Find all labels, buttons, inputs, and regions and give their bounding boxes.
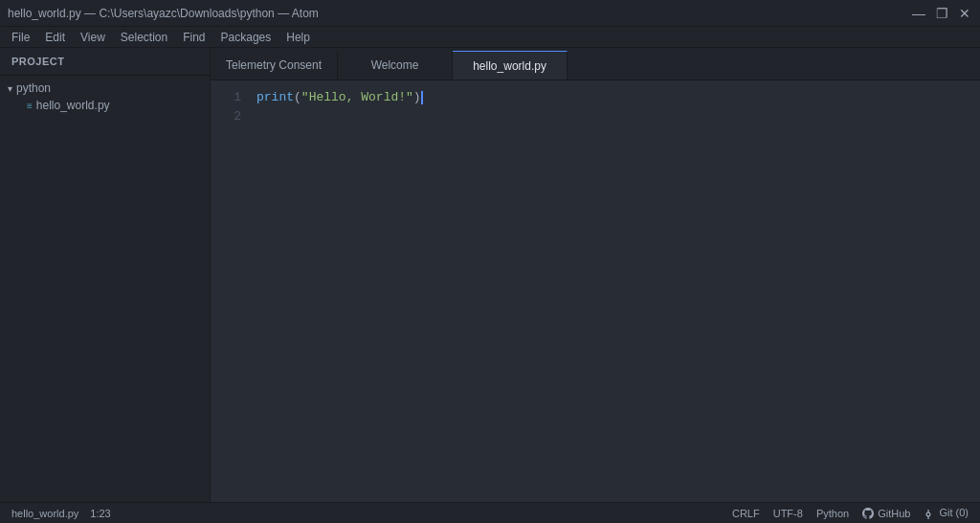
- titlebar: hello_world.py — C:\Users\ayazc\Download…: [0, 0, 980, 27]
- svg-point-0: [927, 512, 931, 516]
- code-line-2: [249, 107, 980, 126]
- file-hello-world[interactable]: ≡ hello_world.py: [0, 97, 210, 114]
- menu-item-file[interactable]: File: [4, 29, 37, 46]
- sidebar: Project ▾ python ≡ hello_world.py: [0, 48, 211, 502]
- editor-area: Telemetry Consent Welcome hello_world.py…: [211, 48, 980, 502]
- status-github[interactable]: GitHub: [862, 508, 910, 519]
- status-git[interactable]: Git (0): [924, 507, 969, 518]
- maximize-button[interactable]: ❐: [934, 6, 949, 21]
- tab-hello-world[interactable]: hello_world.py: [453, 51, 568, 80]
- code-print-kw: print: [256, 88, 294, 107]
- status-line-ending[interactable]: CRLF: [732, 508, 760, 519]
- tab-welcome-label: Welcome: [371, 58, 419, 72]
- main-layout: Project ▾ python ≡ hello_world.py Teleme…: [0, 48, 980, 502]
- status-position[interactable]: 1:23: [90, 508, 110, 519]
- editor-content[interactable]: 1 2 print("Hello, World!"): [211, 80, 980, 502]
- tabbar: Telemetry Consent Welcome hello_world.py: [211, 48, 980, 80]
- github-icon: [862, 508, 874, 519]
- line-numbers: 1 2: [211, 80, 249, 502]
- project-tree: ▾ python ≡ hello_world.py: [0, 76, 210, 118]
- menu-item-view[interactable]: View: [73, 29, 113, 46]
- code-string: "Hello, World!": [301, 88, 413, 107]
- titlebar-controls: — ❐ ✕: [911, 6, 972, 21]
- folder-name: python: [16, 81, 51, 95]
- expand-icon: ▾: [8, 83, 12, 94]
- menubar: FileEditViewSelectionFindPackagesHelp: [0, 27, 980, 48]
- folder-python[interactable]: ▾ python: [0, 80, 210, 97]
- line-number-2: 2: [211, 107, 249, 126]
- status-language[interactable]: Python: [816, 508, 849, 519]
- code-editor[interactable]: print("Hello, World!"): [249, 80, 980, 502]
- code-close-paren: ): [413, 88, 421, 107]
- menu-item-packages[interactable]: Packages: [213, 29, 279, 46]
- git-icon: [924, 510, 933, 519]
- tab-telemetry[interactable]: Telemetry Consent: [211, 51, 338, 80]
- file-name: hello_world.py: [36, 99, 110, 112]
- status-encoding[interactable]: UTF-8: [773, 508, 803, 519]
- tab-telemetry-label: Telemetry Consent: [226, 58, 322, 72]
- close-button[interactable]: ✕: [957, 6, 972, 21]
- code-line-1: print("Hello, World!"): [249, 88, 980, 107]
- status-left: hello_world.py 1:23: [11, 508, 111, 519]
- tab-welcome[interactable]: Welcome: [338, 51, 453, 80]
- github-label: GitHub: [878, 508, 910, 519]
- sidebar-header: Project: [0, 48, 210, 76]
- menu-item-selection[interactable]: Selection: [113, 29, 175, 46]
- titlebar-title: hello_world.py — C:\Users\ayazc\Download…: [8, 7, 319, 20]
- status-right: CRLF UTF-8 Python GitHub Git (0): [732, 507, 969, 518]
- menu-item-find[interactable]: Find: [175, 29, 212, 46]
- file-icon: ≡: [27, 101, 33, 111]
- tab-hello-world-label: hello_world.py: [473, 59, 546, 73]
- text-cursor: [421, 91, 423, 104]
- code-open-paren: (: [294, 88, 301, 107]
- statusbar: hello_world.py 1:23 CRLF UTF-8 Python Gi…: [0, 502, 980, 523]
- git-label: Git (0): [939, 507, 969, 518]
- menu-item-help[interactable]: Help: [278, 29, 318, 46]
- menu-item-edit[interactable]: Edit: [37, 29, 73, 46]
- status-filename[interactable]: hello_world.py: [11, 508, 78, 519]
- minimize-button[interactable]: —: [911, 6, 926, 21]
- line-number-1: 1: [211, 88, 249, 107]
